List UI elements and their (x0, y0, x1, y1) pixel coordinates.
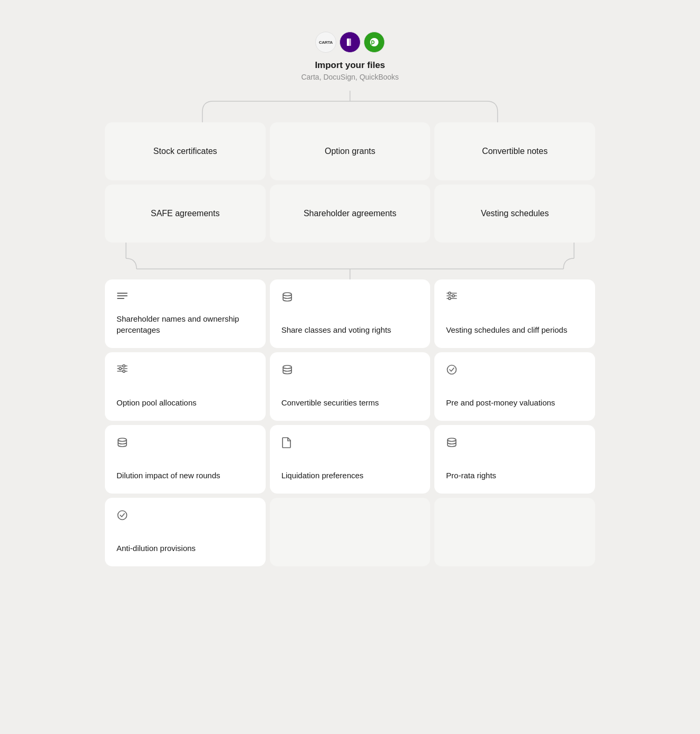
svg-point-29 (118, 438, 127, 441)
import-section: CARTA Import your files Carta, DocuSign,… (301, 32, 398, 81)
svg-point-24 (123, 365, 125, 367)
svg-point-14 (283, 293, 291, 296)
quickbooks-icon (364, 32, 385, 53)
doc-card-stock-label: Stock certificates (153, 147, 217, 156)
doc-card-convertible[interactable]: Convertible notes (434, 122, 595, 180)
doc-card-shareholder-agreements[interactable]: Shareholder agreements (270, 185, 431, 243)
svg-point-30 (448, 438, 456, 441)
check-circle2-icon (116, 509, 254, 523)
carta-icon: CARTA (315, 32, 336, 53)
data-card-empty-1 (270, 498, 431, 566)
data-card-dilution-label: Dilution impact of new rounds (116, 470, 254, 481)
doc-card-vesting-label: Vesting schedules (481, 209, 549, 218)
data-card-convertible-securities-label: Convertible securities terms (281, 397, 419, 408)
doc-card-safe[interactable]: SAFE agreements (105, 185, 266, 243)
docusign-icon (339, 32, 361, 53)
doc-card-shareholder-agreements-label: Shareholder agreements (304, 209, 396, 218)
database-icon (281, 291, 419, 304)
data-cards-grid: Shareholder names and ownership percenta… (105, 279, 595, 566)
database4-icon (446, 437, 584, 450)
svg-point-19 (452, 295, 454, 297)
data-card-convertible-securities[interactable]: Convertible securities terms (270, 352, 431, 421)
sliders2-icon (116, 364, 254, 375)
data-card-share-classes[interactable]: Share classes and voting rights (270, 279, 431, 348)
lines-icon (116, 291, 254, 302)
data-card-dilution[interactable]: Dilution impact of new rounds (105, 425, 266, 494)
data-card-liquidation-label: Liquidation preferences (281, 470, 419, 481)
sliders-icon (446, 291, 584, 302)
doc-card-option-grants-label: Option grants (325, 147, 375, 156)
database2-icon (281, 364, 419, 377)
svg-point-18 (449, 292, 451, 294)
database3-icon (116, 437, 254, 450)
data-card-shareholder-names[interactable]: Shareholder names and ownership percenta… (105, 279, 266, 348)
svg-point-28 (448, 365, 456, 374)
svg-point-31 (118, 511, 127, 520)
data-card-vesting-schedules-label: Vesting schedules and cliff periods (446, 324, 584, 335)
data-card-anti-dilution-label: Anti-dilution provisions (116, 543, 254, 554)
data-card-option-pool-label: Option pool allocations (116, 397, 254, 408)
data-card-valuations-label: Pre and post-money valuations (446, 397, 584, 408)
page-container: CARTA Import your files Carta, DocuSign,… (97, 32, 603, 702)
data-card-share-classes-label: Share classes and voting rights (281, 324, 419, 335)
doc-card-convertible-label: Convertible notes (482, 147, 548, 156)
data-card-anti-dilution[interactable]: Anti-dilution provisions (105, 498, 266, 566)
doc-card-option-grants[interactable]: Option grants (270, 122, 431, 180)
data-card-valuations[interactable]: Pre and post-money valuations (434, 352, 595, 421)
brace-top-connector (181, 91, 519, 122)
data-card-option-pool[interactable]: Option pool allocations (105, 352, 266, 421)
import-title: Import your files (315, 60, 385, 71)
svg-point-27 (283, 365, 291, 369)
check-circle-icon (446, 364, 584, 377)
data-card-shareholder-names-label: Shareholder names and ownership percenta… (116, 313, 254, 335)
import-subtitle: Carta, DocuSign, QuickBooks (301, 73, 398, 81)
file-icon (281, 437, 419, 450)
data-card-liquidation[interactable]: Liquidation preferences (270, 425, 431, 494)
doc-card-vesting[interactable]: Vesting schedules (434, 185, 595, 243)
svg-point-26 (123, 370, 125, 372)
svg-point-20 (449, 297, 451, 300)
data-card-pro-rata-label: Pro-rata rights (446, 470, 584, 481)
data-card-pro-rata[interactable]: Pro-rata rights (434, 425, 595, 494)
icon-row: CARTA (315, 32, 385, 53)
doc-card-safe-label: SAFE agreements (151, 209, 220, 218)
data-card-vesting-schedules[interactable]: Vesting schedules and cliff periods (434, 279, 595, 348)
svg-point-25 (119, 368, 121, 370)
doc-card-stock[interactable]: Stock certificates (105, 122, 266, 180)
doc-cards-grid: Stock certificates Option grants Convert… (105, 122, 595, 243)
data-card-empty-2 (434, 498, 595, 566)
svg-rect-1 (349, 38, 351, 46)
brace-bottom-connector (105, 243, 595, 279)
